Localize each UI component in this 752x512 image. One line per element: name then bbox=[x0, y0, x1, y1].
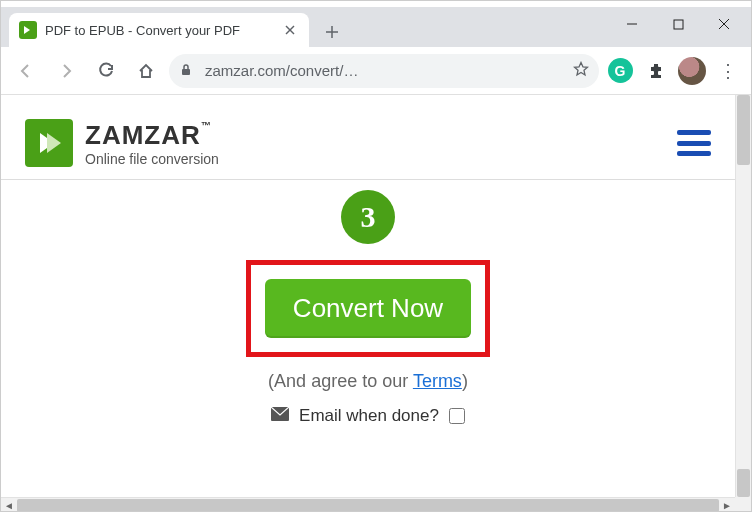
extension-grammarly[interactable]: G bbox=[605, 56, 635, 86]
new-tab-button[interactable] bbox=[317, 17, 347, 47]
brand-tagline: Online file conversion bbox=[85, 151, 219, 167]
scrollbar-corner bbox=[735, 497, 751, 512]
lock-icon bbox=[179, 63, 195, 79]
horizontal-scrollbar[interactable]: ◄ ► bbox=[1, 497, 735, 512]
page-viewport: ZAMZAR™ Online file conversion 3 Convert… bbox=[1, 95, 751, 512]
browser-menu-button[interactable]: ⋮ bbox=[713, 56, 743, 86]
email-when-done-checkbox[interactable] bbox=[449, 408, 465, 424]
brand-name: ZAMZAR™ bbox=[85, 120, 219, 151]
logo-mark bbox=[25, 119, 73, 167]
site-header: ZAMZAR™ Online file conversion bbox=[1, 95, 735, 179]
window-minimize-button[interactable] bbox=[609, 8, 655, 40]
tab-favicon bbox=[19, 21, 37, 39]
vertical-scroll-thumb-secondary[interactable] bbox=[737, 469, 750, 497]
email-when-done-label: Email when done? bbox=[299, 406, 439, 426]
browser-toolbar: zamzar.com/convert/… G ⋮ bbox=[1, 47, 751, 95]
hamburger-menu-icon[interactable] bbox=[677, 130, 711, 156]
grammarly-icon: G bbox=[608, 58, 633, 83]
profile-avatar[interactable] bbox=[677, 56, 707, 86]
tab-title: PDF to EPUB - Convert your PDF bbox=[45, 23, 273, 38]
svg-rect-8 bbox=[182, 69, 190, 75]
nav-forward-button[interactable] bbox=[49, 54, 83, 88]
highlight-box: Convert Now bbox=[246, 260, 490, 357]
site-logo[interactable]: ZAMZAR™ Online file conversion bbox=[25, 119, 219, 167]
envelope-icon bbox=[271, 406, 289, 426]
nav-home-button[interactable] bbox=[129, 54, 163, 88]
vertical-scroll-thumb[interactable] bbox=[737, 95, 750, 165]
window-maximize-button[interactable] bbox=[655, 8, 701, 40]
url-text: zamzar.com/convert/… bbox=[205, 62, 563, 79]
vertical-scrollbar[interactable] bbox=[735, 95, 751, 497]
step-area: 3 Convert Now (And agree to our Terms) E… bbox=[1, 180, 735, 426]
window-close-button[interactable] bbox=[701, 8, 747, 40]
extensions-button[interactable] bbox=[641, 56, 671, 86]
page-content: ZAMZAR™ Online file conversion 3 Convert… bbox=[1, 95, 735, 497]
svg-rect-1 bbox=[674, 20, 683, 29]
agree-terms-line: (And agree to our Terms) bbox=[1, 371, 735, 392]
browser-tab[interactable]: PDF to EPUB - Convert your PDF bbox=[9, 13, 309, 47]
step-number-badge: 3 bbox=[341, 190, 395, 244]
nav-reload-button[interactable] bbox=[89, 54, 123, 88]
convert-now-button[interactable]: Convert Now bbox=[265, 279, 471, 338]
scroll-right-arrow[interactable]: ► bbox=[719, 498, 735, 512]
address-bar[interactable]: zamzar.com/convert/… bbox=[169, 54, 599, 88]
nav-back-button[interactable] bbox=[9, 54, 43, 88]
terms-link[interactable]: Terms bbox=[413, 371, 462, 391]
bookmark-star-icon[interactable] bbox=[573, 61, 589, 80]
avatar-image bbox=[678, 57, 706, 85]
horizontal-scroll-thumb[interactable] bbox=[17, 499, 719, 512]
tab-close-icon[interactable] bbox=[281, 21, 299, 39]
scroll-left-arrow[interactable]: ◄ bbox=[1, 498, 17, 512]
email-when-done-line: Email when done? bbox=[1, 406, 735, 426]
